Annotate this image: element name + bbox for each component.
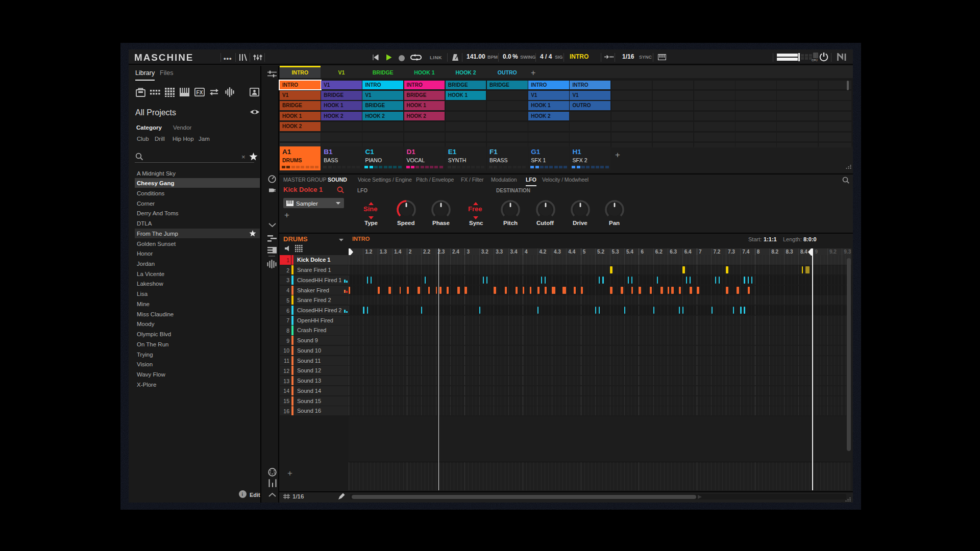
svg-text:FX: FX [197, 90, 203, 95]
